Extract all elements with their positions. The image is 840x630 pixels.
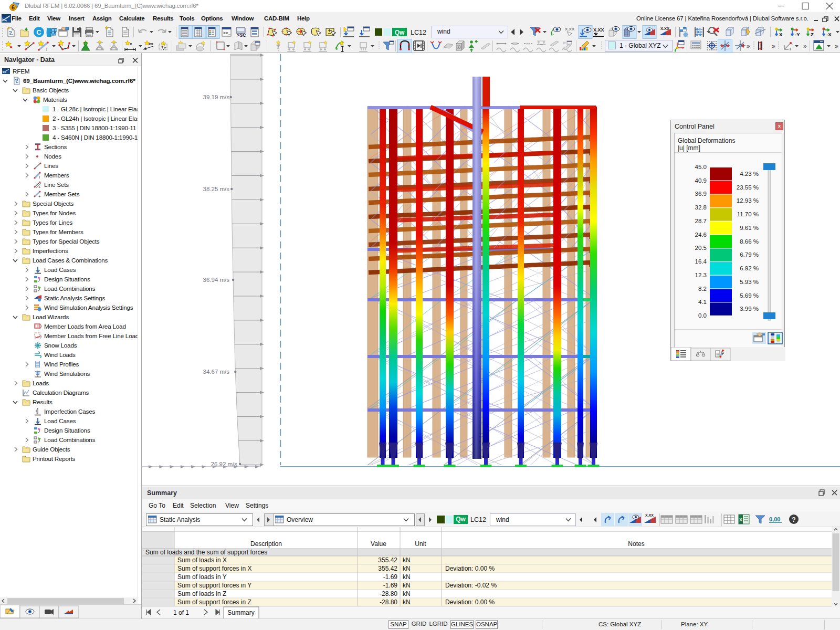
svg-text:Value: Value bbox=[371, 540, 386, 548]
svg-text:Description: Description bbox=[250, 540, 282, 548]
svg-text:34.67 m/s: 34.67 m/s bbox=[203, 369, 230, 375]
svg-text:Deviation: -0.02 %: Deviation: -0.02 % bbox=[445, 582, 497, 589]
svg-text:LC12: LC12 bbox=[411, 29, 426, 36]
svg-text:Sum of support forces in Z: Sum of support forces in Z bbox=[177, 598, 251, 606]
svg-text:X.XX: X.XX bbox=[565, 27, 575, 32]
svg-text:?: ? bbox=[792, 516, 795, 523]
svg-text:X: X bbox=[779, 32, 783, 37]
svg-text:+: + bbox=[38, 194, 41, 198]
svg-text:xx: xx bbox=[149, 41, 153, 46]
svg-text:Sum of loads in X: Sum of loads in X bbox=[177, 556, 227, 564]
svg-text:Deviation: 0.00 %: Deviation: 0.00 % bbox=[445, 598, 495, 606]
svg-text:-Y: -Y bbox=[795, 32, 800, 37]
svg-text:Sum of loads in Y: Sum of loads in Y bbox=[177, 573, 227, 581]
svg-text:Unit: Unit bbox=[415, 540, 426, 548]
svg-text:36.94 m/s: 36.94 m/s bbox=[203, 277, 230, 283]
svg-text:38.25 m/s: 38.25 m/s bbox=[203, 186, 230, 192]
svg-text:Summary: Summary bbox=[227, 609, 254, 616]
svg-text:C: C bbox=[36, 28, 41, 36]
svg-text:-28.80: -28.80 bbox=[380, 590, 397, 597]
svg-text:-1.69: -1.69 bbox=[383, 582, 398, 589]
svg-text:Sum of support forces in Y: Sum of support forces in Y bbox=[177, 582, 251, 589]
svg-text:Sum of loads in Z: Sum of loads in Z bbox=[177, 590, 226, 597]
svg-text:kN: kN bbox=[403, 556, 411, 564]
svg-text:-28.80: -28.80 bbox=[380, 598, 397, 606]
svg-text:6: 6 bbox=[12, 4, 15, 10]
svg-text:Notes: Notes bbox=[628, 540, 644, 548]
svg-text:X.XX: X.XX bbox=[645, 513, 654, 517]
svg-text:0,00: 0,00 bbox=[769, 516, 780, 522]
svg-text:Deviation: 0.00 %: Deviation: 0.00 % bbox=[445, 565, 495, 572]
svg-text:355.42: 355.42 bbox=[378, 556, 397, 564]
svg-text:I: I bbox=[39, 175, 40, 179]
svg-text:I: I bbox=[790, 47, 791, 51]
svg-text:>>_: >>_ bbox=[223, 30, 231, 35]
svg-text:Z: Z bbox=[811, 32, 814, 37]
svg-text:X.XX: X.XX bbox=[593, 27, 604, 33]
svg-text:»: » bbox=[835, 43, 838, 50]
svg-text:kN: kN bbox=[403, 573, 411, 581]
svg-text:kN: kN bbox=[403, 582, 411, 589]
svg-text:»: » bbox=[803, 43, 807, 50]
svg-text:kN: kN bbox=[403, 598, 411, 606]
svg-text:355.42: 355.42 bbox=[378, 565, 397, 572]
svg-text:x: x bbox=[130, 41, 132, 46]
svg-text:Sum of support forces in X: Sum of support forces in X bbox=[177, 565, 251, 572]
svg-text:X.XX: X.XX bbox=[660, 26, 669, 31]
svg-text:-X: -X bbox=[826, 32, 832, 37]
svg-text:kN: kN bbox=[403, 565, 411, 572]
svg-text:I: I bbox=[46, 47, 47, 52]
svg-text:Qw: Qw bbox=[395, 29, 405, 36]
svg-text:X: X bbox=[739, 517, 742, 522]
svg-text:-1.69: -1.69 bbox=[383, 573, 398, 581]
svg-text:39.19 m/s: 39.19 m/s bbox=[203, 94, 230, 100]
svg-text:+: + bbox=[38, 185, 41, 189]
svg-text:kN: kN bbox=[403, 590, 411, 597]
svg-text:»: » bbox=[747, 43, 750, 50]
svg-text:»: » bbox=[772, 43, 775, 50]
svg-text:Sum of loads and the sum of su: Sum of loads and the sum of support forc… bbox=[145, 549, 267, 556]
svg-text:>SC: >SC bbox=[237, 33, 246, 38]
